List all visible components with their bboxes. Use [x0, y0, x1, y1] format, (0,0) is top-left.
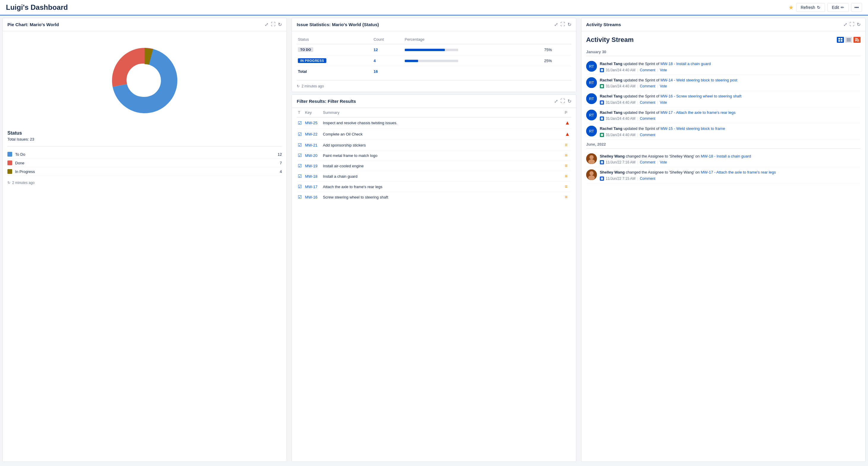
activity-item-text: Rachel Tang updated the Sprint of MW-17 …: [600, 110, 861, 116]
activity-link[interactable]: MW-14 - Weld steering block to steering …: [660, 78, 737, 82]
activity-streams-body: Activity Stream January 30RTRachel Tang …: [582, 31, 865, 462]
priority-medium-icon: ≡: [565, 184, 567, 189]
refresh-label: Refresh: [801, 5, 815, 10]
priority-medium-icon: ≡: [565, 142, 567, 147]
activity-user[interactable]: Rachel Tang: [600, 126, 622, 131]
refresh-icon-activity[interactable]: ↻: [857, 22, 861, 27]
activity-link[interactable]: MW-17 - Attach the axle to frame's rear …: [660, 110, 736, 115]
collapse-icon[interactable]: ⤢: [265, 22, 269, 27]
activity-action-comment[interactable]: Comment: [640, 117, 655, 121]
filter-results-panel: Filter Results: Filter Results ⤢ ⛶ ↻ T K…: [291, 94, 576, 462]
activity-item-content: Rachel Tang updated the Sprint of MW-16 …: [600, 93, 861, 105]
key-link[interactable]: MW-18: [305, 174, 317, 179]
stats-footer: ↻ 2 minutes ago: [297, 80, 571, 88]
donut-chart: [103, 39, 186, 122]
activity-timestamp: 11/Jun/22 7:16 AM: [606, 160, 636, 164]
refresh-panel-icon[interactable]: ↻: [278, 22, 282, 27]
activity-user[interactable]: Shelley Wang: [600, 154, 625, 158]
priority-medium-icon: ≡: [565, 174, 567, 179]
key-link[interactable]: MW-19: [305, 164, 317, 168]
expand-icon-activity[interactable]: ⛶: [849, 22, 854, 27]
activity-content: January 30RTRachel Tang updated the Spri…: [586, 47, 861, 183]
activity-item-text: Shelley Wang changed the Assignee to 'Sh…: [600, 169, 861, 175]
activity-action-comment[interactable]: Comment: [640, 133, 655, 137]
more-button[interactable]: •••: [851, 3, 862, 12]
activity-link[interactable]: MW-17 - Attach the axle to frame's rear …: [701, 170, 776, 174]
activity-item-content: Rachel Tang updated the Sprint of MW-14 …: [600, 77, 861, 89]
avatar: RT: [586, 110, 597, 120]
collapse-icon-filter[interactable]: ⤢: [554, 98, 558, 104]
activity-user[interactable]: Rachel Tang: [600, 94, 622, 98]
rss-icon[interactable]: [854, 37, 861, 43]
activity-timestamp: 31/Jan/24 4:40 AM: [606, 100, 636, 105]
expand-icon-stats[interactable]: ⛶: [560, 22, 565, 27]
activity-item-text: Rachel Tang updated the Sprint of MW-18 …: [600, 61, 861, 67]
activity-header: Activity Stream: [586, 36, 861, 44]
activity-action-comment[interactable]: Comment: [640, 84, 655, 88]
activity-user[interactable]: Rachel Tang: [600, 61, 622, 66]
summary-text: Paint metal frame to match logo: [323, 153, 377, 158]
edit-button[interactable]: Edit ✏: [827, 3, 849, 12]
svg-rect-3: [841, 40, 842, 41]
activity-user[interactable]: Rachel Tang: [600, 110, 622, 115]
todo-count: 12: [278, 152, 282, 156]
col-type: T: [297, 108, 304, 117]
inprogress-count-link[interactable]: 4: [374, 59, 376, 63]
activity-user[interactable]: Shelley Wang: [600, 170, 625, 174]
col-key: Key: [304, 108, 321, 117]
activity-item-meta: 11/Jun/22 7:15 AM|Comment: [600, 177, 861, 181]
total-count-link[interactable]: 16: [374, 69, 378, 74]
activity-link[interactable]: MW-18 - Install a chain guard: [701, 154, 751, 158]
activity-link[interactable]: MW-15 - Weld steering block to frame: [660, 126, 725, 131]
star-icon[interactable]: ★: [788, 4, 794, 11]
task-type-icon: ☑: [298, 153, 302, 158]
todo-percentage: 75%: [544, 48, 552, 52]
activity-action-comment[interactable]: Comment: [640, 68, 655, 72]
legend-item-todo: To Do 12: [7, 150, 282, 159]
key-link[interactable]: MW-21: [305, 143, 317, 147]
refresh-icon-stats[interactable]: ↻: [567, 22, 571, 27]
filter-table-row: ☑ MW-22 Complete an Oil Check ▲: [297, 129, 571, 140]
activity-link[interactable]: MW-18 - Install a chain guard: [660, 61, 711, 66]
filter-table-row: ☑ MW-16 Screw steering wheel to steering…: [297, 192, 571, 202]
key-link[interactable]: MW-20: [305, 153, 317, 158]
key-link[interactable]: MW-22: [305, 132, 317, 137]
legend-title: Status: [7, 130, 282, 136]
activity-action-vote[interactable]: Vote: [660, 160, 667, 164]
refresh-time-text: 2 minutes ago: [12, 181, 34, 185]
activity-user[interactable]: Rachel Tang: [600, 78, 622, 82]
collapse-icon-activity[interactable]: ⤢: [843, 22, 847, 27]
key-link[interactable]: MW-16: [305, 195, 317, 199]
refresh-icon-filter[interactable]: ↻: [567, 98, 571, 104]
stats-refresh-time: 2 minutes ago: [302, 84, 324, 88]
activity-action-vote[interactable]: Vote: [660, 84, 667, 88]
issue-stats-panel: Issue Statistics: Mario's World (Status)…: [291, 18, 576, 92]
middle-column: Issue Statistics: Mario's World (Status)…: [291, 18, 576, 462]
svg-point-24: [589, 155, 594, 159]
issue-stats-body: Status Count Percentage TO DO 12: [292, 31, 576, 92]
filter-table: T Key Summary P ☑ MW-25 Inspect and reso…: [297, 108, 571, 202]
activity-item-content: Rachel Tang updated the Sprint of MW-15 …: [600, 126, 861, 137]
activity-link[interactable]: MW-16 - Screw steering wheel to steering…: [660, 94, 742, 98]
grid-view-icon[interactable]: [837, 37, 844, 43]
activity-action-vote[interactable]: Vote: [660, 100, 667, 105]
activity-item-meta: 31/Jan/24 4:40 AM|Comment|Vote: [600, 68, 861, 72]
key-link[interactable]: MW-17: [305, 184, 317, 189]
expand-icon-filter[interactable]: ⛶: [560, 98, 565, 104]
key-link[interactable]: MW-25: [305, 121, 317, 125]
list-view-icon[interactable]: [845, 37, 852, 43]
inprogress-label: In Progress: [15, 169, 280, 174]
svg-rect-6: [847, 41, 851, 41]
header-actions: ★ Refresh ↻ Edit ✏ •••: [788, 3, 862, 12]
activity-action-comment[interactable]: Comment: [640, 160, 655, 164]
activity-action-vote[interactable]: Vote: [660, 68, 667, 72]
todo-count-link[interactable]: 12: [374, 48, 378, 52]
refresh-button[interactable]: Refresh ↻: [796, 3, 825, 12]
filter-table-row: ☑ MW-25 Inspect and resolve chassis twis…: [297, 117, 571, 129]
activity-action-comment[interactable]: Comment: [640, 177, 655, 181]
expand-icon[interactable]: ⛶: [271, 22, 276, 27]
activity-item-content: Rachel Tang updated the Sprint of MW-17 …: [600, 110, 861, 121]
activity-action-comment[interactable]: Comment: [640, 100, 655, 105]
activity-view-icons: [837, 37, 861, 43]
collapse-icon-stats[interactable]: ⤢: [554, 22, 558, 27]
